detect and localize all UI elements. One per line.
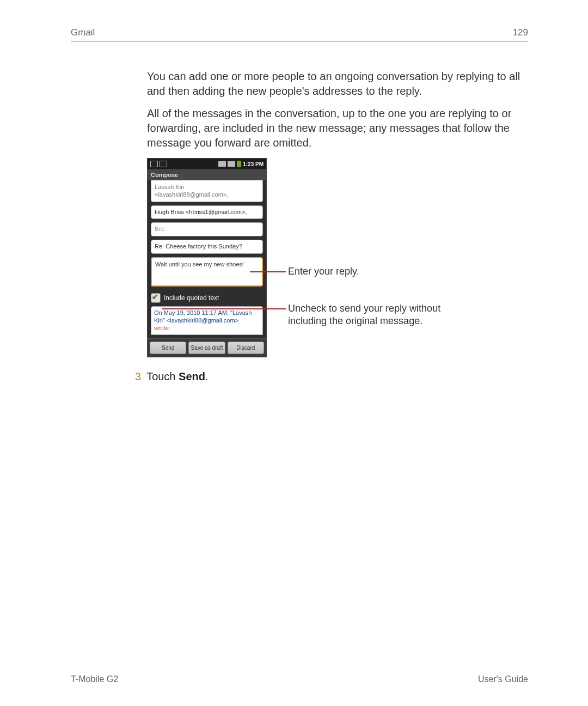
subject-field[interactable]: Re: Cheese factory this Sunday? <box>151 240 263 254</box>
bcc-field[interactable]: Bcc <box>151 222 263 236</box>
to-field[interactable]: Hugh Briss <hbriss1@gmail.com>, <box>151 205 263 220</box>
status-time: 1:23 PM <box>243 161 264 167</box>
header-page-number: 129 <box>513 27 528 38</box>
paragraph-2: All of the messages in the conversation,… <box>147 106 528 150</box>
step-3: 3 Touch Send. <box>135 370 528 383</box>
include-quoted-row: Include quoted text <box>151 293 263 303</box>
phone-screenshot: 1:23 PM Compose Lavash Kiri <lavashkiri8… <box>147 158 267 357</box>
button-row: Send Save as draft Discard <box>148 338 266 357</box>
include-quoted-label: Include quoted text <box>164 294 219 302</box>
quoted-text: On May 19, 2010 11:17 AM, "Lavash Kiri" … <box>151 306 263 335</box>
status-bar: 1:23 PM <box>148 159 266 169</box>
discard-button[interactable]: Discard <box>228 342 264 354</box>
footer-left: T-Mobile G2 <box>71 674 118 684</box>
save-draft-button[interactable]: Save as draft <box>188 342 225 354</box>
signal-icon <box>228 161 235 167</box>
body-text: You can add one or more people to an ong… <box>147 69 528 150</box>
quoted-section: Include quoted text On May 19, 2010 11:1… <box>151 293 263 335</box>
mail-icon <box>160 161 167 167</box>
step-suffix: . <box>205 370 209 382</box>
include-quoted-checkbox[interactable] <box>151 293 161 303</box>
figure-area: 1:23 PM Compose Lavash Kiri <lavashkiri8… <box>147 158 528 357</box>
data-icon <box>218 161 226 167</box>
callout-line-uncheck <box>162 308 286 309</box>
reply-body-field[interactable]: Wait until you see my new shoes! <box>151 257 263 287</box>
compose-form: Lavash Kiri <lavashkiri88@gmail.com>, Hu… <box>148 180 266 338</box>
footer-right: User's Guide <box>478 674 528 684</box>
header-section: Gmail <box>71 27 95 38</box>
page: Gmail 129 You can add one or more people… <box>0 0 588 706</box>
quoted-text-line1: On May 19, 2010 11:17 AM, "Lavash Kiri" … <box>154 309 252 324</box>
sms-icon <box>150 161 158 167</box>
battery-icon <box>237 161 241 167</box>
step-bold: Send <box>179 370 205 382</box>
page-header: Gmail 129 <box>71 27 528 42</box>
quoted-text-wrote: wrote: <box>154 325 170 331</box>
step-number: 3 <box>135 370 141 383</box>
send-button[interactable]: Send <box>150 342 186 354</box>
callout-uncheck: Uncheck to send your reply without inclu… <box>288 302 468 328</box>
page-footer: T-Mobile G2 User's Guide <box>71 674 528 684</box>
paragraph-1: You can add one or more people to an ong… <box>147 69 528 99</box>
compose-title: Compose <box>148 169 266 180</box>
step-prefix: Touch <box>146 370 179 382</box>
step-text: Touch Send. <box>146 370 208 383</box>
callout-line-reply <box>250 271 286 272</box>
from-field[interactable]: Lavash Kiri <lavashkiri88@gmail.com>, <box>151 180 263 202</box>
callout-reply: Enter your reply. <box>288 265 359 278</box>
